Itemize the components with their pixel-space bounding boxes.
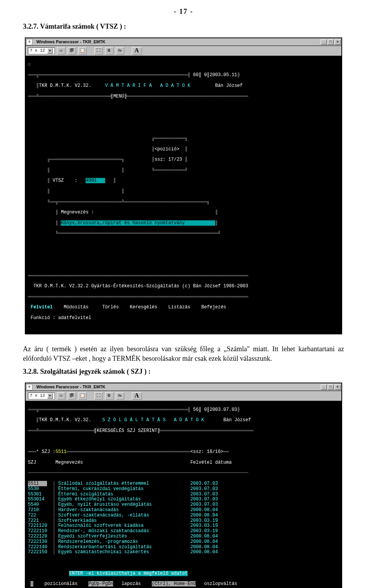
chevron-down-icon[interactable]: ▼ bbox=[47, 48, 53, 54]
table-row[interactable]: 722 │ Szoftver-szaktanácsadás, -ellátás … bbox=[28, 513, 339, 518]
cell-datum: 2000.08.04 bbox=[190, 507, 218, 513]
minimize-button[interactable]: _ bbox=[321, 384, 327, 390]
minimize-button[interactable]: _ bbox=[321, 39, 327, 45]
cell-datum: 2003.03.19 bbox=[190, 518, 218, 523]
chevron-down-icon[interactable]: ▼ bbox=[47, 393, 53, 399]
menu-row: Felvitel Módosítás Törlés Keresgélés Lis… bbox=[28, 305, 339, 310]
cell-megnevezes: Egyedi szoftverfejlesztés bbox=[58, 534, 190, 539]
table-row[interactable]: 7222110 │ Rendszer-, műszaki szaktanácsa… bbox=[28, 529, 339, 534]
dos-screen: ═══╦════════════════════════════════════… bbox=[26, 401, 341, 588]
cell-megnevezes: Egyéb, nyílt árusítású vendéglátás bbox=[58, 502, 190, 507]
table-row[interactable]: 7221120 │ Felhasználói szoftverek kiadás… bbox=[28, 523, 339, 529]
help-enter: ENTER -el kiválaszthatja a megfelelő ada… bbox=[69, 571, 188, 576]
table-row[interactable]: 7222140 │ Rendszerkarbantartási szolgált… bbox=[28, 545, 339, 550]
close-button[interactable]: × bbox=[335, 39, 341, 45]
header-title: V Á M T A R I F A A D A T O K bbox=[105, 83, 190, 88]
copy-icon[interactable]: 🗐 bbox=[68, 47, 76, 55]
font-size-combo[interactable]: 7 x 12 ▼ bbox=[28, 393, 55, 399]
col-megnevezes: Megnevezés bbox=[55, 460, 83, 465]
table-row[interactable]: 5511 │ Szállodai szolgáltatás étteremmel… bbox=[28, 481, 339, 487]
position-value: ssz: 17/23 bbox=[154, 157, 182, 162]
background-icon[interactable]: 🗛 bbox=[116, 392, 124, 400]
cell-datum: 2003.03.19 bbox=[190, 523, 218, 528]
ssz-counter: <ssz: 16/16> bbox=[190, 449, 223, 454]
help-pgup: PgUp-PgDn bbox=[88, 581, 113, 586]
menu-felvitel[interactable]: Felvitel bbox=[31, 305, 53, 310]
close-button[interactable]: × bbox=[335, 384, 341, 390]
combo-value: 7 x 12 bbox=[30, 48, 45, 53]
menu-torles[interactable]: Törlés bbox=[102, 305, 119, 310]
cell-szj: 5530 bbox=[28, 486, 47, 492]
font-a-icon[interactable]: A bbox=[132, 392, 142, 400]
function-label: Funkció : adatfelvitel bbox=[31, 315, 91, 321]
cell-megnevezes: Éttermi, cukrászdai vendéglátás bbox=[58, 486, 190, 492]
cell-datum: 2003.07.03 bbox=[190, 502, 218, 507]
cell-megnevezes: Éttermi szolgáltatás bbox=[58, 492, 190, 497]
combo-value: 7 x 12 bbox=[30, 393, 45, 398]
cell-megnevezes: Rendszerelemzés, -programozás bbox=[58, 539, 190, 544]
mark-icon[interactable]: ▭ bbox=[57, 392, 65, 400]
fullscreen-icon[interactable]: ⛶ bbox=[94, 392, 103, 400]
properties-icon[interactable]: 🗎 bbox=[105, 47, 114, 55]
background-icon[interactable]: 🗛 bbox=[116, 47, 124, 55]
copy-icon[interactable]: 🗐 bbox=[68, 392, 76, 400]
menu-modositas[interactable]: Módosítás bbox=[64, 305, 89, 310]
paste-icon[interactable]: 📋 bbox=[78, 392, 87, 400]
cell-datum: 2000.08.04 bbox=[190, 544, 218, 550]
system-menu-icon[interactable]: ≡ bbox=[26, 39, 32, 45]
titlebar: ≡ Windows Parancssor - TKR_EMTK _ □ × bbox=[26, 38, 341, 46]
cell-szj: 7222110 bbox=[28, 528, 47, 534]
cell-szj: 553014 bbox=[28, 497, 47, 502]
megnevezes-value[interactable]: Könyv,brossúra,röpirat és hasonló nyomta… bbox=[61, 220, 185, 226]
font-a-icon[interactable]: A bbox=[132, 47, 142, 55]
cell-datum: 2000.08.04 bbox=[190, 539, 218, 544]
cell-megnevezes: Egyéb számítástechnikai szakértés bbox=[58, 549, 190, 555]
table-row[interactable]: 7221 │ Szoftverkiadás 2003.03.19 bbox=[28, 518, 339, 524]
cell-szj: 7222150 bbox=[28, 549, 47, 555]
system-menu-icon[interactable]: ≡ bbox=[26, 384, 32, 390]
search-label: * SZJ : bbox=[36, 449, 55, 454]
menu-listazas[interactable]: Listázás bbox=[168, 305, 190, 310]
fullscreen-icon[interactable]: ⛶ bbox=[94, 47, 103, 55]
menu-keresgeles[interactable]: Keresgélés bbox=[130, 305, 157, 310]
properties-icon[interactable]: 🗎 bbox=[105, 392, 114, 400]
col-felvetel: Felvétel dátuma bbox=[190, 460, 232, 465]
cell-szj: 7221120 bbox=[28, 523, 47, 528]
screenshot-vtsz-window: ≡ Windows Parancssor - TKR_EMTK _ □ × 7 … bbox=[25, 37, 342, 334]
search-value[interactable]: 5511 bbox=[55, 449, 67, 454]
table-row[interactable]: 5540 │ Egyéb, nyílt árusítású vendéglátá… bbox=[28, 502, 339, 508]
cell-megnevezes: Rendszer-, műszaki szaktanácsadás bbox=[58, 528, 190, 534]
header-program: TKR D.M.T.K. V2.32. bbox=[39, 83, 91, 88]
dos-screen: ☺ ═══╦══════════════════════════════════… bbox=[26, 56, 341, 334]
window-title: Windows Parancssor - TKR_EMTK bbox=[34, 39, 108, 44]
table-row[interactable]: 7222130 │ Rendszerelemzés, -programozás … bbox=[28, 539, 339, 545]
font-size-combo[interactable]: 7 x 12 ▼ bbox=[28, 47, 55, 54]
maximize-button[interactable]: □ bbox=[328, 39, 334, 45]
toolbar: 7 x 12 ▼ ▭ 🗐 📋 ⛶ 🗎 🗛 A bbox=[26, 391, 341, 401]
toolbar: 7 x 12 ▼ ▭ 🗐 📋 ⛶ 🗎 🗛 A bbox=[26, 46, 341, 56]
cell-datum: 2003.07.03 bbox=[190, 492, 218, 497]
cell-datum: 2000.08.04 bbox=[190, 549, 218, 555]
mark-icon[interactable]: ▭ bbox=[57, 47, 65, 55]
maximize-button[interactable]: □ bbox=[328, 384, 334, 390]
table-row[interactable]: 55301 │ Éttermi szolgáltatás 2003.07.03 bbox=[28, 492, 339, 497]
header-program: TKR D.M.T.K. V2.32. bbox=[39, 417, 91, 423]
help-pozicionalas: pozicionálás bbox=[44, 581, 77, 586]
paste-icon[interactable]: 📋 bbox=[78, 47, 87, 55]
position-label: <pozíció> bbox=[154, 147, 179, 152]
titlebar: ≡ Windows Parancssor - TKR_EMTK _ □ × bbox=[26, 383, 341, 391]
menu-label: ╣MENÜ╠ bbox=[110, 94, 127, 99]
table-row[interactable]: 5530 │ Éttermi, cukrászdai vendéglátás 2… bbox=[28, 487, 339, 492]
table-row[interactable]: 7222150 │ Egyéb számítástechnikai szakér… bbox=[28, 550, 339, 555]
menu-befejezes[interactable]: Befejezés bbox=[201, 305, 226, 310]
megnevezes-label: Megnevezés : bbox=[61, 210, 94, 215]
table-row[interactable]: 7210 │ Hardver-szaktanácsadás 2000.08.04 bbox=[28, 508, 339, 513]
cell-datum: 2000.08.04 bbox=[190, 513, 218, 518]
help-lapozas: lapozás bbox=[122, 581, 141, 586]
window-title: Windows Parancssor - TKR_EMTK bbox=[34, 384, 108, 389]
cell-datum: 2003.07.03 bbox=[190, 497, 218, 502]
table-row[interactable]: 553014 │ Egyéb étkezőhelyi szolgáltatás … bbox=[28, 497, 339, 502]
cell-megnevezes: Egyéb étkezőhelyi szolgáltatás bbox=[58, 497, 190, 502]
table-row[interactable]: 7222120 │ Egyedi szoftverfejlesztés 2000… bbox=[28, 534, 339, 539]
vtsz-field-value[interactable]: 4901 bbox=[86, 178, 97, 183]
